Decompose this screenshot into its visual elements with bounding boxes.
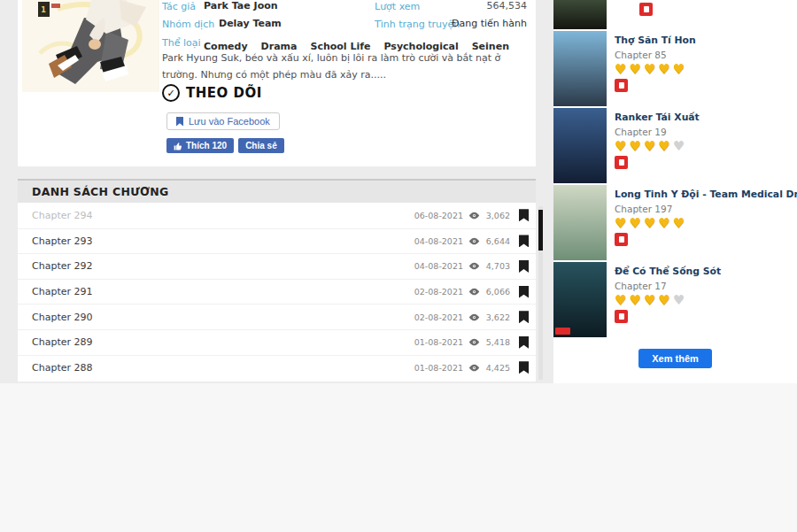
chapter-meta: 04-08-2021 6,644 (414, 235, 529, 247)
sidebar-items: Thợ Săn Tí Hon Chapter 85 ♥♥♥♥♥ Ranker T… (553, 31, 797, 337)
bookmark-icon[interactable] (519, 209, 529, 221)
heart-icon: ♥ (629, 292, 643, 308)
chapter-views: 5,418 (485, 337, 510, 347)
cover-illustration: 1 (22, 0, 159, 92)
manga-info-card: 1 Tác giả Park Tae Joon Lượt xem 564,534… (18, 0, 536, 166)
eye-icon (468, 262, 480, 270)
bookmark-icon (176, 117, 183, 127)
heart-icon: ♥ (658, 215, 672, 231)
chapter-list-card: DANH SÁCH CHƯƠNG Chapter 294 06-08-2021 … (18, 179, 536, 382)
thumbs-up-icon (174, 142, 182, 150)
heart-icon: ♥ (658, 138, 672, 154)
eye-icon (468, 288, 480, 296)
sidebar-manga-item[interactable]: Ranker Tái Xuất Chapter 19 ♥♥♥♥♥ (553, 108, 797, 183)
heart-icon: ♥ (644, 292, 658, 308)
chapter-name[interactable]: Chapter 294 (32, 210, 92, 221)
sidebar-manga-item-partial[interactable] (553, 0, 797, 29)
chapter-name[interactable]: Chapter 291 (32, 286, 92, 297)
chapter-name[interactable]: Chapter 290 (32, 312, 92, 323)
chapter-views: 4,425 (485, 363, 510, 373)
facebook-share-button[interactable]: Chia sẻ (238, 138, 284, 153)
cover-thumbnail[interactable] (553, 108, 607, 183)
heart-icon: ♥ (673, 215, 687, 231)
chapter-row[interactable]: Chapter 288 01-08-2021 4,425 (18, 355, 536, 381)
rating-hearts: ♥♥♥♥♥ (615, 215, 797, 231)
chapter-name[interactable]: Chapter 288 (32, 362, 92, 374)
rating-hearts: ♥♥♥♥♥ (615, 138, 700, 154)
bookmark-icon[interactable] (519, 336, 529, 349)
chapter-row[interactable]: Chapter 289 01-08-2021 5,418 (18, 329, 536, 355)
sidebar-manga-item[interactable]: Thợ Săn Tí Hon Chapter 85 ♥♥♥♥♥ (553, 31, 797, 106)
cover-thumbnail[interactable] (553, 31, 607, 106)
chapter-date: 01-08-2021 (414, 337, 463, 347)
chapter-row[interactable]: Chapter 293 04-08-2021 6,644 (18, 228, 536, 254)
manga-title-link[interactable]: Để Có Thể Sống Sót (615, 266, 721, 277)
rating-hearts: ♥♥♥♥♥ (615, 61, 696, 77)
heart-icon: ♥ (658, 292, 672, 308)
heart-icon: ♥ (673, 292, 687, 308)
chapter-date: 02-08-2021 (414, 287, 463, 297)
latest-chapter-link[interactable]: Chapter 85 (615, 50, 696, 60)
bookmark-icon[interactable] (519, 286, 529, 298)
manga-cover-image[interactable]: 1 (22, 0, 159, 92)
chapter-meta: 06-08-2021 3,062 (414, 209, 529, 221)
chapter-meta: 01-08-2021 5,418 (414, 336, 529, 349)
bookmark-icon[interactable] (519, 361, 529, 374)
bookmark-icon[interactable] (519, 260, 529, 273)
facebook-like-button[interactable]: Thích 120 (166, 138, 234, 153)
facebook-widget-bar: Thích 120 Chia sẻ (166, 138, 284, 153)
cover-thumbnail[interactable] (553, 185, 607, 260)
chapter-date: 01-08-2021 (414, 363, 463, 373)
chapter-row[interactable]: Chapter 294 06-08-2021 3,062 (18, 203, 536, 228)
chapter-row[interactable]: Chapter 291 02-08-2021 6,066 (18, 279, 536, 305)
manga-title-link[interactable]: Ranker Tái Xuất (615, 112, 700, 123)
chapter-list-scrollbar-thumb[interactable] (538, 210, 543, 251)
chapter-row[interactable]: Chapter 290 02-08-2021 3,622 (18, 304, 536, 329)
chapter-name[interactable]: Chapter 292 (32, 260, 92, 272)
latest-chapter-link[interactable]: Chapter 19 (615, 127, 700, 137)
chapter-name[interactable]: Chapter 289 (32, 336, 92, 348)
bookmark-icon[interactable] (519, 311, 529, 323)
chapter-name[interactable]: Chapter 293 (32, 235, 92, 247)
team-label: Nhóm dịch (162, 19, 214, 30)
heart-icon: ♥ (629, 215, 643, 231)
check-circle-icon: ✓ (162, 84, 180, 102)
heart-icon: ♥ (629, 138, 643, 154)
chapter-list-scrollbar-track[interactable] (538, 206, 543, 380)
heart-icon: ♥ (615, 292, 629, 308)
chapter-meta: 01-08-2021 4,425 (414, 361, 529, 374)
manga-title-link[interactable]: Long Tinh Y Đội - Team Medical Dragon (615, 189, 797, 200)
sidebar-manga-item[interactable]: Long Tinh Y Đội - Team Medical Dragon Ch… (553, 185, 797, 260)
bookmark-icon[interactable] (519, 235, 529, 247)
sidebar-item-info: Ranker Tái Xuất Chapter 19 ♥♥♥♥♥ (615, 108, 700, 183)
manga-title-link[interactable]: Thợ Săn Tí Hon (615, 35, 696, 46)
cover-thumbnail[interactable] (553, 262, 607, 337)
heart-icon: ♥ (629, 61, 643, 77)
latest-chapter-link[interactable]: Chapter 197 (615, 204, 797, 214)
author-value[interactable]: Park Tae Joon (204, 0, 278, 12)
eye-icon (468, 338, 480, 346)
chapter-meta: 04-08-2021 4,703 (414, 260, 529, 273)
svg-text:1: 1 (41, 6, 46, 14)
sidebar-manga-item[interactable]: Để Có Thể Sống Sót Chapter 17 ♥♥♥♥♥ (553, 262, 797, 337)
publisher-logo (555, 328, 570, 335)
author-label: Tác giả (162, 1, 196, 12)
sidebar-item-info: Long Tinh Y Đội - Team Medical Dragon Ch… (615, 185, 797, 260)
chapter-list-title: DANH SÁCH CHƯƠNG (18, 179, 536, 203)
team-value[interactable]: Delay Team (219, 18, 282, 29)
follow-button[interactable]: ✓ THEO DÕI (162, 84, 262, 102)
latest-chapter-link[interactable]: Chapter 17 (615, 281, 721, 291)
chapter-views: 4,703 (485, 261, 510, 271)
see-more-button[interactable]: Xem thêm (638, 349, 712, 368)
facebook-save-button[interactable]: Lưu vào Facebook (166, 112, 280, 130)
heart-icon: ♥ (644, 61, 658, 77)
chapter-meta: 02-08-2021 6,066 (414, 286, 529, 298)
chapter-views: 6,644 (485, 236, 510, 246)
red-badge-icon (615, 156, 628, 169)
chapter-row[interactable]: Chapter 292 04-08-2021 4,703 (18, 253, 536, 279)
chapter-date: 04-08-2021 (414, 261, 463, 271)
chapter-meta: 02-08-2021 3,622 (414, 311, 529, 323)
cover-thumbnail[interactable] (553, 0, 607, 29)
status-value: Đang tiến hành (452, 18, 527, 29)
sidebar-item-info: Để Có Thể Sống Sót Chapter 17 ♥♥♥♥♥ (615, 262, 721, 337)
